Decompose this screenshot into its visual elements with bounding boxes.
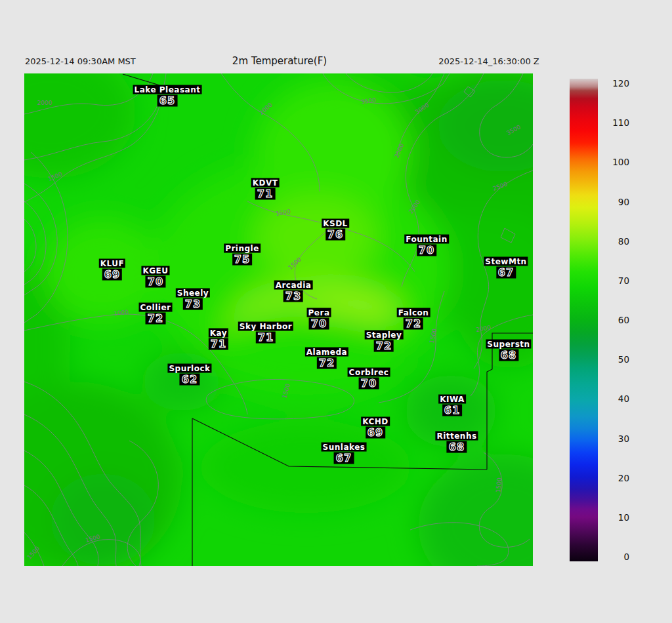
station-temperature: 72	[397, 318, 430, 330]
station-label: Falcon72	[397, 307, 430, 330]
station-name: StewMtn	[484, 257, 528, 266]
station-label: Sheely73	[176, 287, 210, 310]
station-temperature: 67	[322, 452, 367, 464]
colorbar-tick-label: 80	[607, 236, 629, 247]
station-name: Pringle	[224, 244, 261, 253]
station-name: Lake Pleasant	[133, 85, 202, 94]
station-label: StewMtn67	[484, 256, 528, 279]
station-name: KDVT	[251, 178, 280, 188]
station-label: KCHD69	[361, 416, 390, 439]
station-temperature: 73	[176, 298, 210, 310]
page-title: 2m Temperature(F)	[232, 55, 327, 67]
station-name: KLUF	[99, 259, 125, 268]
station-temperature: 70	[307, 318, 331, 330]
colorbar-tick-label: 70	[607, 275, 629, 286]
station-label: Sky Harbor71	[238, 321, 293, 344]
station-name: Collier	[139, 303, 173, 312]
station-temperature: 71	[209, 338, 228, 350]
colorbar-tick-label: 120	[607, 78, 629, 89]
station-name: Rittenhs	[435, 432, 478, 441]
station-name: Corblrec	[348, 368, 390, 377]
station-temperature: 65	[133, 95, 202, 107]
station-label: Stapley72	[365, 329, 404, 352]
weather-map-figure: 2025-12-14 09:30AM MST 2m Temperature(F)…	[0, 0, 672, 623]
station-temperature: 61	[438, 405, 466, 416]
station-temperature: 76	[322, 229, 349, 241]
station-label: Alameda72	[305, 346, 348, 369]
temperature-field-svg: 2000150020003500300025002000150035002500…	[24, 73, 533, 566]
station-label: KIWA61	[438, 393, 466, 416]
station-label: KLUF69	[99, 258, 125, 281]
station-name: Alameda	[305, 348, 348, 357]
station-name: Pera	[307, 308, 331, 317]
station-name: Stapley	[365, 331, 404, 340]
station-name: Superstn	[486, 340, 531, 349]
station-name: Sheely	[176, 289, 210, 298]
station-temperature: 68	[486, 350, 531, 361]
colorbar: 1201101009080706050403020100	[570, 79, 662, 561]
station-name: Spurlock	[167, 364, 211, 373]
station-label: Collier72	[139, 302, 173, 325]
local-timestamp: 2025-12-14 09:30AM MST	[25, 56, 136, 66]
station-name: KSDL	[322, 219, 349, 228]
station-temperature: 75	[224, 254, 261, 266]
station-name: KGEU	[141, 266, 169, 275]
station-name: Arcadia	[274, 281, 313, 290]
station-temperature: 71	[251, 188, 280, 200]
station-name: Falcon	[397, 308, 430, 317]
station-label: Rittenhs68	[435, 430, 478, 453]
colorbar-tick-label: 100	[607, 157, 629, 167]
colorbar-tick-label: 40	[607, 393, 629, 404]
utc-timestamp: 2025-12-14_16:30:00 Z	[438, 56, 539, 66]
colorbar-tick-label: 0	[607, 552, 629, 562]
station-label: Kay71	[209, 327, 228, 350]
station-temperature: 68	[435, 441, 478, 453]
station-label: Spurlock62	[167, 363, 211, 386]
station-temperature: 72	[305, 357, 348, 369]
station-label: Pringle75	[224, 243, 261, 266]
station-name: KIWA	[438, 395, 466, 404]
station-temperature: 72	[365, 340, 404, 352]
station-label: KDVT71	[251, 177, 280, 200]
station-label: Superstn68	[486, 338, 531, 361]
colorbar-tick-label: 50	[607, 354, 629, 365]
station-temperature: 70	[404, 245, 449, 256]
colorbar-tick-label: 20	[607, 473, 629, 483]
station-label: KGEU70	[141, 265, 169, 288]
station-temperature: 70	[141, 276, 169, 288]
station-temperature: 69	[99, 269, 125, 281]
station-name: Sunlakes	[322, 443, 367, 452]
station-name: KCHD	[361, 417, 390, 426]
station-temperature: 70	[348, 378, 390, 390]
station-label: Sunlakes67	[322, 441, 367, 464]
station-label: KSDL76	[322, 218, 349, 241]
station-temperature: 62	[167, 374, 211, 386]
station-label: Lake Pleasant65	[133, 84, 202, 107]
station-temperature: 69	[361, 427, 390, 439]
contour-elevation-label: 2000	[37, 100, 52, 106]
station-temperature: 72	[139, 313, 173, 325]
station-name: Kay	[209, 329, 228, 338]
contour-elevation-label: 1500	[495, 477, 503, 493]
colorbar-tick-label: 10	[607, 512, 629, 523]
colorbar-tick-label: 110	[607, 117, 629, 128]
colorbar-tick-label: 30	[607, 433, 629, 444]
station-label: Fountain70	[404, 233, 449, 256]
colorbar-tick-label: 90	[607, 197, 629, 207]
station-temperature: 67	[484, 267, 528, 279]
station-name: Fountain	[404, 235, 449, 244]
station-label: Corblrec70	[348, 367, 390, 390]
station-name: Sky Harbor	[238, 322, 293, 331]
station-temperature: 73	[274, 291, 313, 302]
station-label: Arcadia73	[274, 279, 313, 302]
station-label: Pera70	[307, 307, 331, 330]
colorbar-gradient	[570, 79, 598, 561]
temperature-map: 2000150020003500300025002000150035002500…	[24, 73, 533, 566]
station-temperature: 71	[238, 332, 293, 344]
field-shading	[24, 73, 533, 566]
colorbar-tick-label: 60	[607, 315, 629, 325]
